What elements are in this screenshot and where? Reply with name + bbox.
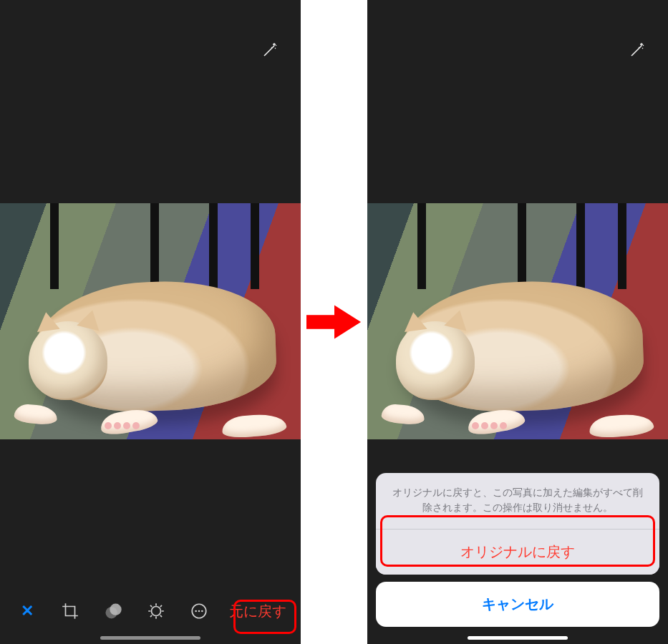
filters-icon[interactable] xyxy=(96,594,130,628)
more-icon[interactable] xyxy=(182,594,216,628)
arrow-icon xyxy=(306,301,363,343)
revert-button[interactable]: 元に戻す xyxy=(225,599,291,624)
home-indicator[interactable] xyxy=(100,636,200,640)
home-indicator[interactable] xyxy=(468,636,568,640)
action-sheet: オリジナルに戻すと、この写真に加えた編集がすべて削除されます。この操作は取り消せ… xyxy=(376,473,659,627)
crop-icon[interactable] xyxy=(53,594,87,628)
action-sheet-message: オリジナルに戻すと、この写真に加えた編集がすべて削除されます。この操作は取り消せ… xyxy=(376,473,659,529)
svg-point-1 xyxy=(110,604,121,615)
svg-point-2 xyxy=(152,607,161,616)
editor-top-area xyxy=(0,0,301,203)
cancel-button[interactable]: ✕ xyxy=(10,594,44,628)
revert-to-original-button[interactable]: オリジナルに戻す xyxy=(376,529,659,575)
svg-point-5 xyxy=(198,610,200,613)
action-sheet-group: オリジナルに戻すと、この写真に加えた編集がすべて削除されます。この操作は取り消せ… xyxy=(376,473,659,575)
editor-toolbar: ✕ 元に戻す xyxy=(0,594,301,628)
editor-top-area xyxy=(367,0,668,203)
photo-preview[interactable] xyxy=(0,203,301,439)
svg-point-4 xyxy=(195,610,197,613)
phone-actionsheet-screen: オリジナルに戻すと、この写真に加えた編集がすべて削除されます。この操作は取り消せ… xyxy=(367,0,668,644)
phone-editor-screen: ✕ 元に戻す xyxy=(0,0,301,644)
magic-wand-icon[interactable] xyxy=(259,39,281,61)
photo-preview xyxy=(367,203,668,439)
action-sheet-cancel-group: キャンセル xyxy=(376,582,659,627)
magic-wand-icon[interactable] xyxy=(626,39,648,61)
cancel-button[interactable]: キャンセル xyxy=(376,582,659,627)
svg-point-6 xyxy=(201,610,203,613)
adjust-icon[interactable] xyxy=(139,594,173,628)
svg-marker-7 xyxy=(306,306,361,339)
